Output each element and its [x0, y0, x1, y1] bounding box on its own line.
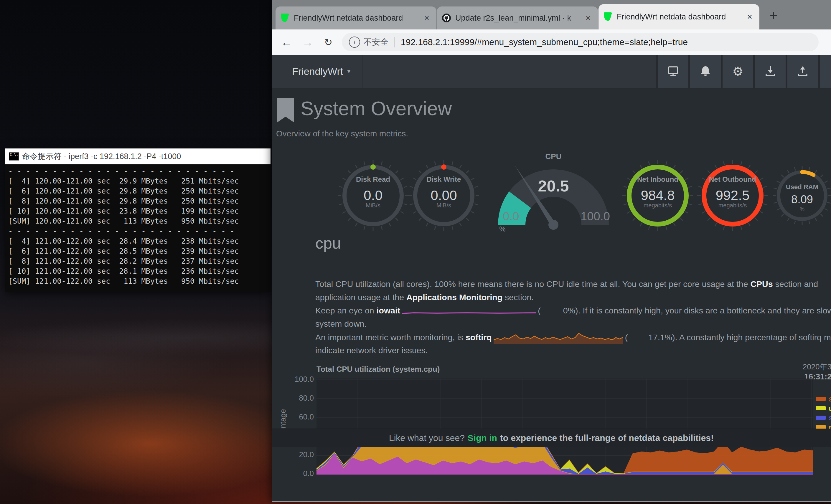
legend-label: system — [829, 413, 831, 422]
y-tick-label: 60.0 — [281, 412, 314, 421]
legend-swatch — [816, 397, 826, 401]
footer-text-pre: Like what you see? — [389, 433, 465, 443]
svg-text:megabits/s: megabits/s — [643, 202, 672, 209]
browser-tab[interactable]: FriendlyWrt netdata dashboard× — [599, 4, 760, 29]
svg-text:20.5: 20.5 — [538, 177, 569, 195]
chart-title: Total CPU utilization (system.cpu) — [316, 365, 440, 374]
gauge-net-inbound[interactable]: Net Inbound984.8megabits/s — [620, 151, 696, 240]
svg-text:megabits/s: megabits/s — [718, 202, 747, 209]
cmd-icon: C:\. — [9, 152, 19, 160]
terminal-line: [ 10] 121.00-122.00 sec 28.1 MBytes 236 … — [8, 266, 270, 276]
metric-name: softirq — [466, 332, 492, 342]
inline-link[interactable]: Applications Monitoring — [406, 293, 503, 302]
tab-title: FriendlyWrt netdata dashboard — [617, 12, 745, 22]
terminal-output[interactable]: - - - - - - - - - - - - - - - - - - - - … — [5, 165, 270, 292]
back-button[interactable]: ← — [278, 29, 295, 55]
legend-item-user[interactable]: user — [816, 404, 831, 413]
cpu-utilization-chart[interactable] — [316, 379, 813, 476]
terminal-line: [SUM] 120.00-121.00 sec 113 MBytes 950 M… — [8, 216, 270, 226]
description-line: An important metric worth monitoring, is… — [315, 330, 831, 344]
terminal-line: [SUM] 121.00-122.00 sec 113 MBytes 950 M… — [8, 276, 270, 286]
legend-item-system[interactable]: system — [816, 413, 831, 422]
terminal-line: [ 4] 120.00-121.00 sec 29.9 MBytes 251 M… — [8, 176, 270, 186]
terminal-line: - - - - - - - - - - - - - - - - - - - - … — [8, 226, 270, 236]
y-tick-label: 20.0 — [281, 450, 314, 459]
netdata-favicon — [603, 12, 613, 22]
svg-text:992.5: 992.5 — [715, 188, 749, 203]
gauge-disk-read[interactable]: Disk Read0.0MiB/s — [335, 151, 411, 240]
inline-sparkline-iowait[interactable] — [402, 305, 536, 317]
info-icon: i — [349, 36, 360, 48]
netdata-signin-bar: Like what you see? Sign in to experience… — [272, 428, 831, 447]
gauge-disk-write[interactable]: Disk Write0.00MiB/s — [405, 151, 482, 240]
svg-text:Used RAM: Used RAM — [786, 183, 818, 190]
inline-sparkline-softirq[interactable] — [494, 330, 623, 344]
browser-tab[interactable]: FriendlyWrt netdata dashboard× — [276, 6, 436, 29]
svg-text:CPU: CPU — [545, 152, 562, 161]
tab-close-icon[interactable]: × — [583, 13, 593, 23]
legend-label: softirq — [829, 394, 831, 404]
tab-close-icon[interactable]: × — [422, 13, 432, 23]
description-line: system down. — [315, 317, 831, 330]
footer-text-post: to experience the full-range of netdata … — [500, 433, 714, 443]
svg-text:0.0: 0.0 — [503, 210, 519, 223]
chip-separator — [394, 37, 395, 48]
terminal-line: [ 10] 120.00-121.00 sec 23.8 MBytes 199 … — [8, 206, 270, 216]
terminal-titlebar[interactable]: C:\. 命令提示符 - iperf3 -c 192.168.1.2 -P4 -… — [5, 148, 270, 165]
gauge-cpu[interactable]: CPU20.50.0100.0% — [491, 147, 615, 244]
inline-link[interactable]: CPUs — [750, 279, 773, 289]
svg-text:Disk Read: Disk Read — [356, 175, 390, 183]
security-label: 不安全 — [364, 36, 389, 48]
svg-text:0.00: 0.00 — [431, 188, 457, 203]
browser-tab[interactable]: Update r2s_lean_minimal.yml · k× — [437, 6, 598, 29]
description-line: indicate network driver issues. — [315, 344, 831, 357]
address-bar[interactable]: i 不安全 192.168.2.1:19999/#menu_system_sub… — [342, 33, 819, 51]
legend-swatch — [816, 416, 826, 420]
description-line: Total CPU utilization (all cores). 100% … — [315, 277, 831, 291]
metric-name: iowait — [377, 306, 400, 315]
description-line: Keep an eye on iowait(0%). If it is cons… — [315, 304, 831, 317]
y-tick-label: 0.0 — [281, 469, 314, 478]
tab-title: Update r2s_lean_minimal.yml · k — [455, 13, 583, 23]
description-line: application usage at the Applications Mo… — [315, 291, 831, 304]
gauge-used-ram[interactable]: Used RAM8.09% — [764, 151, 831, 240]
legend-label: user — [829, 404, 831, 413]
cpu-description: Total CPU utilization (all cores). 100% … — [315, 277, 831, 357]
y-tick-label: 100.0 — [281, 375, 314, 384]
y-tick-label: 80.0 — [281, 393, 314, 403]
svg-text:0.0: 0.0 — [364, 188, 382, 203]
svg-text:Disk Write: Disk Write — [427, 175, 461, 183]
github-favicon — [442, 13, 451, 23]
terminal-window[interactable]: C:\. 命令提示符 - iperf3 -c 192.168.1.2 -P4 -… — [5, 148, 270, 292]
url-text[interactable]: 192.168.2.1:19999/#menu_system_submenu_c… — [401, 37, 688, 47]
terminal-line: [ 4] 121.00-122.00 sec 28.4 MBytes 238 M… — [8, 236, 270, 246]
svg-text:%: % — [800, 206, 804, 212]
netdata-page: FriendlyWrt ▾ ⚙ — [272, 55, 831, 483]
terminal-line: [ 6] 120.00-121.00 sec 29.8 MBytes 250 M… — [8, 186, 270, 196]
tab-close-icon[interactable]: × — [745, 12, 755, 22]
reload-button[interactable]: ↻ — [319, 29, 337, 55]
tab-title: FriendlyWrt netdata dashboard — [294, 13, 422, 23]
browser-window: FriendlyWrt netdata dashboard×Update r2s… — [272, 0, 831, 502]
gauge-net-outbound[interactable]: Net Outbound992.5megabits/s — [694, 151, 771, 240]
chart-date: 2020年3 — [803, 362, 831, 372]
terminal-line: - - - - - - - - - - - - - - - - - - - - … — [8, 166, 270, 176]
sign-in-link[interactable]: Sign in — [468, 433, 497, 443]
terminal-title: 命令提示符 - iperf3 -c 192.168.1.2 -P4 -t1000 — [22, 151, 181, 162]
security-chip[interactable]: i 不安全 — [349, 36, 389, 48]
new-tab-button[interactable]: + — [767, 9, 781, 23]
terminal-line: [ 8] 120.00-121.00 sec 29.8 MBytes 250 M… — [8, 196, 270, 206]
forward-button[interactable]: → — [299, 29, 316, 55]
svg-text:%: % — [499, 225, 505, 233]
tab-strip: FriendlyWrt netdata dashboard×Update r2s… — [272, 0, 831, 29]
browser-toolbar: ← → ↻ i 不安全 192.168.2.1:19999/#menu_syst… — [272, 29, 831, 55]
svg-text:MiB/s: MiB/s — [366, 202, 380, 209]
svg-text:8.09: 8.09 — [791, 193, 813, 206]
terminal-line: [ 6] 121.00-122.00 sec 28.5 MBytes 239 M… — [8, 246, 270, 256]
legend-item-softirq[interactable]: softirq — [816, 394, 831, 404]
chart-y-axis-label: percentage — [279, 399, 288, 458]
svg-text:984.8: 984.8 — [641, 188, 675, 203]
terminal-line: [ 8] 121.00-122.00 sec 28.2 MBytes 237 M… — [8, 256, 270, 266]
section-heading-cpu: cpu — [315, 234, 341, 252]
legend-swatch — [816, 406, 826, 410]
